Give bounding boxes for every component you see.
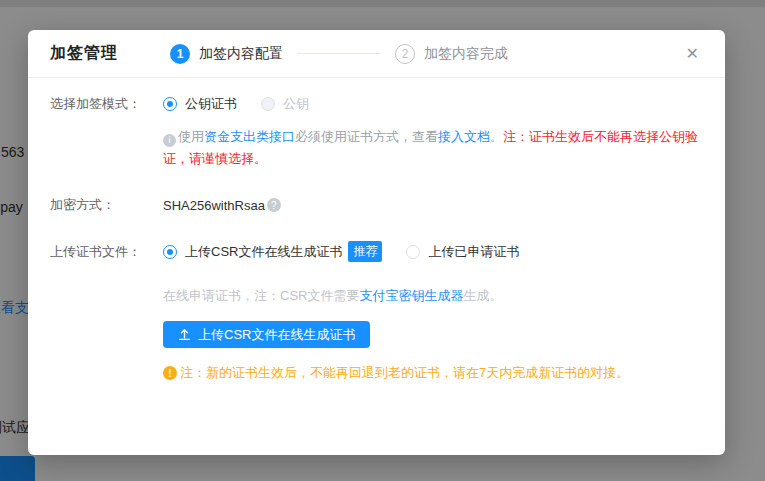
recommended-badge: 推荐 <box>348 241 382 262</box>
cert-mode-notice: i使用资金支出类接口必须使用证书方式，查看接入文档。注：证书生效后不能再选择公钥… <box>163 126 715 170</box>
radio-public-key-label: 公钥 <box>283 95 309 113</box>
radio-unselected-icon[interactable] <box>406 245 420 259</box>
upload-cert-label: 上传证书文件： <box>50 243 163 261</box>
step-2-label: 加签内容完成 <box>424 45 508 63</box>
step-connector-line <box>297 53 381 54</box>
encrypt-method-value: SHA256withRsaa <box>163 198 265 213</box>
notice-text: 必须使用证书方式，查看 <box>295 129 438 144</box>
notice-text: 使用 <box>178 129 204 144</box>
radio-upload-existing-cert[interactable]: 上传已申请证书 <box>406 243 519 261</box>
key-generator-link[interactable]: 支付宝密钥生成器 <box>359 288 463 303</box>
sign-management-dialog: 加签管理 1 加签内容配置 2 加签内容完成 ✕ 选择加签模式： 公钥证书 <box>28 30 725 455</box>
step-indicator: 1 加签内容配置 2 加签内容完成 <box>170 44 508 64</box>
radio-disabled-icon <box>261 97 275 111</box>
step-2-circle: 2 <box>395 44 415 64</box>
upload-csr-button[interactable]: 上传CSR文件在线生成证书 <box>163 321 370 348</box>
sign-mode-label: 选择加签模式： <box>50 95 163 113</box>
step-1-label: 加签内容配置 <box>199 45 283 63</box>
radio-upload-csr[interactable]: 上传CSR文件在线生成证书 推荐 <box>163 241 382 262</box>
notice-text: 。 <box>490 129 503 144</box>
help-icon[interactable]: ? <box>267 198 281 212</box>
integration-doc-link[interactable]: 接入文档 <box>438 129 490 144</box>
dialog-header: 加签管理 1 加签内容配置 2 加签内容完成 ✕ <box>28 30 725 78</box>
info-icon: i <box>163 134 176 147</box>
radio-upload-csr-label: 上传CSR文件在线生成证书 <box>185 243 342 261</box>
upload-cert-row: 上传证书文件： 上传CSR文件在线生成证书 推荐 上传已申请证书 <box>50 241 703 262</box>
encrypt-method-label: 加密方式： <box>50 196 163 214</box>
encrypt-method-row: 加密方式： SHA256withRsaa ? <box>50 196 703 214</box>
funds-api-link[interactable]: 资金支出类接口 <box>204 129 295 144</box>
hint-text: 生成。 <box>463 288 502 303</box>
close-icon[interactable]: ✕ <box>682 42 703 66</box>
upload-icon <box>178 328 191 341</box>
hint-text: 在线申请证书，注：CSR文件需要 <box>163 288 359 303</box>
radio-selected-icon[interactable] <box>163 97 177 111</box>
warning-text: 注：新的证书生效后，不能再回退到老的证书，请在7天内完成新证书的对接。 <box>180 364 629 382</box>
upload-button-wrap: 上传CSR文件在线生成证书 <box>163 321 703 364</box>
radio-public-key-cert[interactable]: 公钥证书 <box>163 95 237 113</box>
upload-csr-button-label: 上传CSR文件在线生成证书 <box>198 326 355 344</box>
dialog-body: 选择加签模式： 公钥证书 公钥 i使用资金支出类接口必须使用证书方式，查看接入文… <box>28 78 725 399</box>
warning-icon: ! <box>163 366 177 380</box>
dialog-title: 加签管理 <box>50 43 118 64</box>
radio-public-key[interactable]: 公钥 <box>261 95 309 113</box>
step-1-circle: 1 <box>170 44 190 64</box>
radio-upload-existing-label: 上传已申请证书 <box>428 243 519 261</box>
page: 563 lipay 查看支 测试应 加签管理 1 加签内容配置 2 加签内容完成… <box>0 0 765 481</box>
sign-mode-row: 选择加签模式： 公钥证书 公钥 <box>50 95 703 113</box>
csr-hint: 在线申请证书，注：CSR文件需要支付宝密钥生成器生成。 <box>163 287 703 305</box>
cert-switch-warning: ! 注：新的证书生效后，不能再回退到老的证书，请在7天内完成新证书的对接。 <box>163 364 703 382</box>
radio-public-key-cert-label: 公钥证书 <box>185 95 237 113</box>
radio-selected-icon[interactable] <box>163 245 177 259</box>
